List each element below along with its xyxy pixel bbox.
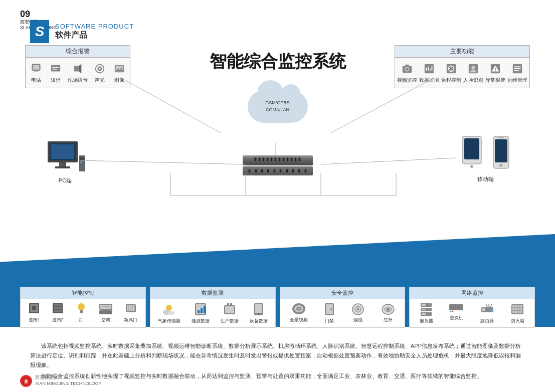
header-cn: 软件产品 bbox=[55, 30, 134, 41]
alert-box-title: 综合报警 bbox=[26, 46, 130, 58]
icon-weather: 气象传感器 bbox=[158, 302, 180, 324]
panel-data-monitor-title: 数据监测 bbox=[150, 287, 275, 299]
panel-data-monitor-icons: 气象传感器 能源数据 生产数据 设备数据 bbox=[150, 299, 275, 327]
company-logo-icon: 景 bbox=[20, 375, 32, 387]
svg-rect-133 bbox=[482, 308, 485, 311]
svg-rect-47 bbox=[514, 68, 521, 69]
icon-production: 生产数据 bbox=[221, 302, 239, 324]
svg-rect-118 bbox=[422, 309, 426, 310]
svg-rect-96 bbox=[227, 303, 229, 306]
svg-point-107 bbox=[330, 308, 332, 310]
func-box-title: 主要功能 bbox=[395, 46, 529, 58]
icon-router: 路由器 bbox=[480, 302, 495, 324]
svg-line-2 bbox=[80, 160, 246, 164]
alert-icon-image: 图像 bbox=[112, 62, 126, 84]
svg-line-134 bbox=[486, 304, 487, 307]
alert-box: 综合报警 电话 短信 现场语音 bbox=[25, 45, 130, 88]
svg-line-3 bbox=[321, 158, 456, 164]
panel-security: 安全监控 全景视频 门禁 烟感 红外 bbox=[280, 287, 406, 328]
icon-energy: 能源数据 bbox=[192, 302, 210, 324]
diagram-area: 综合报警 电话 短信 现场语音 bbox=[20, 40, 535, 231]
phone-icon bbox=[29, 62, 43, 76]
svg-rect-52 bbox=[59, 162, 66, 166]
panel-smart-control: 智能控制 道闸1 道闸2 灯 空调 新风口 bbox=[20, 287, 146, 328]
svg-rect-61 bbox=[495, 139, 507, 162]
svg-rect-51 bbox=[51, 144, 74, 159]
svg-point-100 bbox=[258, 313, 260, 315]
svg-rect-53 bbox=[55, 166, 70, 168]
svg-text:景: 景 bbox=[24, 379, 28, 384]
svg-rect-11 bbox=[33, 65, 40, 70]
svg-point-131 bbox=[452, 311, 454, 312]
svg-line-136 bbox=[490, 304, 492, 307]
func-icon-control: 远程控制 bbox=[441, 62, 461, 84]
svg-point-116 bbox=[429, 304, 431, 306]
description-para1: 该系统包括视频监控系统、实时数据采集叠加系统、视频运维智能诊断系统、数据分析展示… bbox=[30, 341, 525, 369]
cloud-container: GSM/GPRS COMA/LAN bbox=[248, 90, 308, 123]
svg-rect-48 bbox=[514, 70, 519, 71]
svg-rect-93 bbox=[204, 306, 206, 313]
header-en: SOFTWARE PRODUCT bbox=[55, 23, 134, 30]
svg-point-119 bbox=[429, 309, 431, 310]
svg-point-62 bbox=[499, 164, 502, 167]
cloud-shape: GSM/GPRS COMA/LAN bbox=[248, 90, 308, 123]
svg-rect-12 bbox=[34, 70, 39, 72]
svg-point-40 bbox=[471, 66, 475, 70]
icon-infrared: 红外 bbox=[381, 302, 395, 323]
svg-point-122 bbox=[429, 313, 431, 315]
panel-security-title: 安全监控 bbox=[280, 287, 405, 299]
svg-marker-17 bbox=[79, 64, 82, 73]
icon-switch: 交换机 bbox=[449, 302, 464, 321]
svg-line-74 bbox=[76, 304, 77, 304]
svg-rect-63 bbox=[498, 137, 504, 138]
svg-line-75 bbox=[86, 304, 86, 304]
manage-icon bbox=[510, 62, 524, 76]
svg-point-56 bbox=[80, 161, 82, 163]
panel-data-monitor: 数据监测 气象传感器 能源数据 生产数据 设备数据 bbox=[150, 287, 276, 328]
icon-server: 服务器 bbox=[420, 302, 433, 324]
alert-icon bbox=[488, 62, 502, 76]
svg-rect-46 bbox=[514, 66, 521, 67]
image-icon bbox=[112, 62, 126, 76]
svg-point-113 bbox=[387, 308, 390, 311]
svg-rect-115 bbox=[422, 304, 426, 306]
alert-icon-phone: 电话 bbox=[29, 62, 43, 84]
icon-gate1: 道闸1 bbox=[28, 302, 40, 323]
face-icon bbox=[466, 62, 480, 76]
svg-rect-72 bbox=[80, 310, 83, 313]
svg-line-0 bbox=[125, 80, 221, 133]
svg-point-130 bbox=[450, 311, 452, 312]
svg-rect-97 bbox=[230, 303, 232, 306]
panel-network-title: 网络监控 bbox=[410, 287, 534, 299]
header-text: SOFTWARE PRODUCT 软件产品 bbox=[55, 23, 134, 41]
svg-rect-95 bbox=[225, 306, 234, 313]
alert-icon-sms: 短信 bbox=[49, 62, 63, 84]
svg-rect-66 bbox=[32, 306, 36, 310]
control-icon bbox=[444, 62, 458, 76]
text-area: 该系统包括视频监控系统、实时数据采集叠加系统、视频运维智能诊断系统、数据分析展示… bbox=[30, 341, 525, 383]
cloud-text-line1: GSM/GPRS bbox=[265, 100, 290, 107]
sound-icon bbox=[93, 62, 107, 76]
network-switch bbox=[243, 155, 313, 175]
func-icon-alert: 异常报警 bbox=[485, 62, 505, 84]
icon-panorama: 全景视频 bbox=[290, 302, 308, 323]
svg-rect-81 bbox=[127, 305, 135, 311]
icon-gate2: 道闸2 bbox=[52, 302, 64, 323]
svg-point-104 bbox=[298, 308, 300, 310]
panel-security-icons: 全景视频 门禁 烟感 红外 bbox=[280, 299, 405, 327]
icon-firewall: 防火墙 bbox=[510, 302, 524, 324]
pc-section: PC端 bbox=[45, 140, 85, 184]
footer-logo: 景 西安明景技术 XIAN MINGJING TECHNOLOGY bbox=[20, 375, 102, 387]
icon-smoke: 烟感 bbox=[351, 302, 365, 323]
alert-icon-speaker: 现场语音 bbox=[68, 62, 88, 84]
svg-rect-13 bbox=[51, 65, 60, 72]
svg-point-44 bbox=[495, 70, 496, 71]
func-icon-camera: 视频监控 bbox=[397, 62, 417, 84]
icon-access: 门禁 bbox=[323, 302, 335, 324]
svg-rect-91 bbox=[198, 310, 200, 313]
panel-network-icons: 服务器 交换机 路由器 防火墙 bbox=[410, 299, 534, 327]
mobile-label: 移动端 bbox=[477, 175, 494, 183]
svg-rect-121 bbox=[422, 313, 426, 315]
svg-rect-78 bbox=[99, 310, 112, 314]
svg-point-110 bbox=[357, 308, 359, 310]
